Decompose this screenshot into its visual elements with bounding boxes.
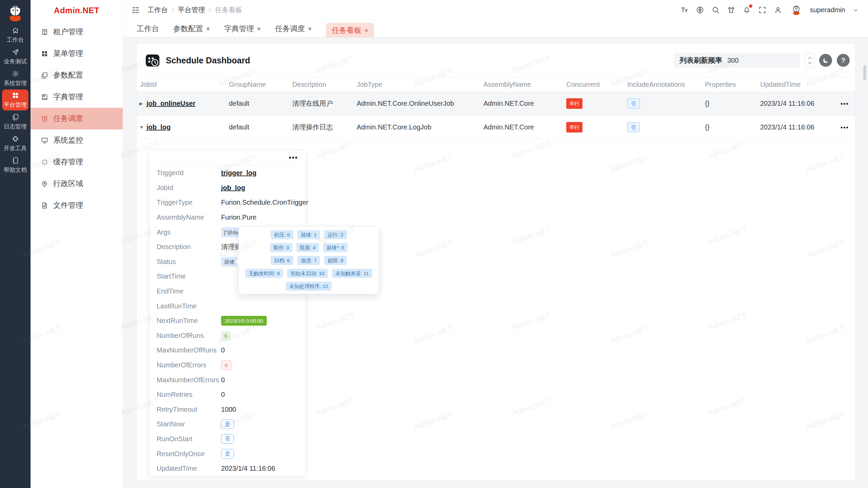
column-header: AssemblyName <box>484 81 566 88</box>
table-row: ▼job_logdefault清理操作日志Admin.NET.Core.LogJ… <box>137 116 855 139</box>
detail-label: NextRunTime <box>157 317 221 325</box>
detail-value-maxnumberofruns: 0 <box>221 346 225 354</box>
rail-item-5[interactable]: 日志管理 <box>2 111 28 132</box>
detail-label: NumRetries <box>157 391 221 399</box>
status-legend-row: 暂停: 3阻塞: 4就绪*: 5 <box>270 243 348 252</box>
close-tab-icon[interactable]: × <box>257 25 261 33</box>
sidebar-item-5[interactable]: 任务调度 <box>31 108 123 129</box>
close-tab-icon[interactable]: × <box>308 25 312 33</box>
detail-value-retrytimeout: 1000 <box>221 406 236 413</box>
detail-label: TriggerId <box>157 169 221 177</box>
detail-row-resetonlyonce: ResetOnlyOnce是 <box>157 446 298 461</box>
scrollbar-thumb[interactable] <box>863 65 866 80</box>
group-name-cell: default <box>229 100 292 107</box>
table-row: ▶job_onlineUserdefault清理在线用户Admin.NET.Co… <box>137 92 855 116</box>
theme-icon[interactable] <box>727 6 735 14</box>
tab-5[interactable]: 任务看板× <box>326 23 374 38</box>
rail-item-1[interactable]: 工作台 <box>2 24 28 45</box>
detail-row-assemblyname: AssemblyNameFurion.Pure <box>157 210 298 225</box>
include-annotations-badge: 否 <box>627 122 640 132</box>
rail-item-6[interactable]: 开发工具 <box>2 133 28 154</box>
home-icon <box>12 26 19 34</box>
refresh-rate-value[interactable]: 300 <box>727 57 738 64</box>
status-legend-badge: 未知处理程序: 12 <box>286 282 332 291</box>
refresh-rate-stepper[interactable] <box>805 53 814 68</box>
tab-2[interactable]: 参数配置× <box>173 24 210 34</box>
status-legend-badge: 无触发时间: 9 <box>245 269 283 278</box>
avatar[interactable] <box>791 4 802 16</box>
help-button[interactable]: ? <box>837 54 850 67</box>
updated-time-cell: 2023/1/4 11:16:06 <box>760 100 841 107</box>
fullscreen-icon[interactable] <box>758 6 767 14</box>
schedule-dashboard-icon <box>145 53 160 68</box>
font-size-icon[interactable] <box>680 6 689 14</box>
close-tab-icon[interactable]: × <box>364 27 368 34</box>
detail-label: JobId <box>157 184 221 192</box>
job-type-cell: Admin.NET.Core.OnlineUserJob <box>357 100 484 107</box>
alarm-icon <box>41 115 48 123</box>
language-icon[interactable] <box>696 6 704 14</box>
tab-4[interactable]: 任务调度× <box>275 24 312 34</box>
rail-item-3[interactable]: 系统管理 <box>2 68 28 89</box>
detail-row-maxnumberoferrors: MaxNumberOfErrors0 <box>157 372 298 387</box>
detail-row-nextruntime: NextRunTime2023/1/5 0:00:00 <box>157 313 298 328</box>
dark-mode-button[interactable] <box>819 54 832 67</box>
detail-label: EndTime <box>157 287 221 295</box>
sidebar-item-3[interactable]: 参数配置 <box>31 64 123 86</box>
detail-value-triggerid[interactable]: trigger_log <box>221 169 256 177</box>
sidebar-item-9[interactable]: 文件管理 <box>31 195 123 216</box>
status-legend-row: 归档: 6崩溃: 7超限: 8 <box>271 256 347 265</box>
rail-item-label: 日志管理 <box>4 123 27 130</box>
sidebar-item-7[interactable]: 缓存管理 <box>31 151 123 173</box>
search-icon[interactable] <box>711 6 720 14</box>
rail-item-7[interactable]: 帮助文档 <box>2 155 28 176</box>
close-tab-icon[interactable]: × <box>206 25 210 33</box>
tab-3[interactable]: 字典管理× <box>224 24 261 34</box>
sidebar-item-label: 系统监控 <box>53 135 83 145</box>
collapse-sidebar-icon[interactable] <box>131 6 140 15</box>
sidebar-item-6[interactable]: 系统监控 <box>31 129 123 151</box>
rail-item-label: 工作台 <box>7 36 24 44</box>
chevron-down-icon[interactable] <box>852 7 859 14</box>
sidebar-item-4[interactable]: 字典管理 <box>31 86 123 108</box>
username[interactable]: superadmin <box>810 6 845 14</box>
tab-1[interactable]: 工作台 <box>137 24 159 34</box>
breadcrumb-item: 任务看板 <box>215 5 242 15</box>
grid-icon <box>12 92 19 99</box>
expanded-row-area: ••• TriggerIdtrigger_logJobIdjob_logTrig… <box>137 139 855 481</box>
job-id-link[interactable]: job_log <box>146 123 171 131</box>
sidebar-item-2[interactable]: 菜单管理 <box>31 43 123 64</box>
panel-more-actions-icon[interactable]: ••• <box>289 154 298 162</box>
sidebar-item-8[interactable]: 行政区域 <box>31 173 123 195</box>
rail-item-4[interactable]: 平台管理 <box>2 89 28 110</box>
tab-label: 参数配置 <box>173 24 203 34</box>
status-legend-row: 无触发时间: 9初始未启动: 10未知触发器: 11 <box>245 269 372 278</box>
breadcrumb-item[interactable]: 工作台 <box>147 5 168 15</box>
refresh-rate-input[interactable]: 列表刷新频率 300 <box>674 53 800 68</box>
expand-row-icon[interactable]: ▶ <box>139 101 144 106</box>
column-header: Properties <box>705 81 760 88</box>
sidebar-item-1[interactable]: 租户管理 <box>31 21 123 43</box>
detail-row-numberoferrors: NumberOfErrors0 <box>157 358 298 373</box>
chip-icon <box>12 135 19 143</box>
sidebar: Admin.NET 租户管理菜单管理参数配置字典管理任务调度系统监控缓存管理行政… <box>31 0 123 488</box>
job-id-link[interactable]: job_onlineUser <box>146 100 195 107</box>
job-type-cell: Admin.NET.Core.LogJob <box>357 123 484 131</box>
detail-label: AssemblyName <box>157 214 221 221</box>
grid-icon <box>41 50 48 58</box>
rail-item-2[interactable]: 业务测试 <box>2 46 28 67</box>
row-more-actions-icon[interactable]: ••• <box>841 100 849 107</box>
assembly-name-cell: Admin.NET.Core <box>484 123 566 131</box>
detail-row-updatedtime: UpdatedTime2023/1/4 11:16:06 <box>157 461 298 476</box>
breadcrumb-item[interactable]: 平台管理 <box>178 5 205 15</box>
user-icon[interactable] <box>774 6 782 14</box>
sidebar-item-label: 字典管理 <box>53 92 83 102</box>
app-logo[interactable] <box>5 3 25 22</box>
notification-icon[interactable] <box>743 6 751 14</box>
collapse-row-icon[interactable]: ▼ <box>139 125 144 130</box>
brand-logo-text: Admin.NET <box>31 0 123 21</box>
column-header: IncludeAnnotations <box>627 81 705 88</box>
row-more-actions-icon[interactable]: ••• <box>841 124 849 131</box>
detail-value-jobid[interactable]: job_log <box>221 184 245 192</box>
detail-label: LastRunTime <box>157 302 221 310</box>
